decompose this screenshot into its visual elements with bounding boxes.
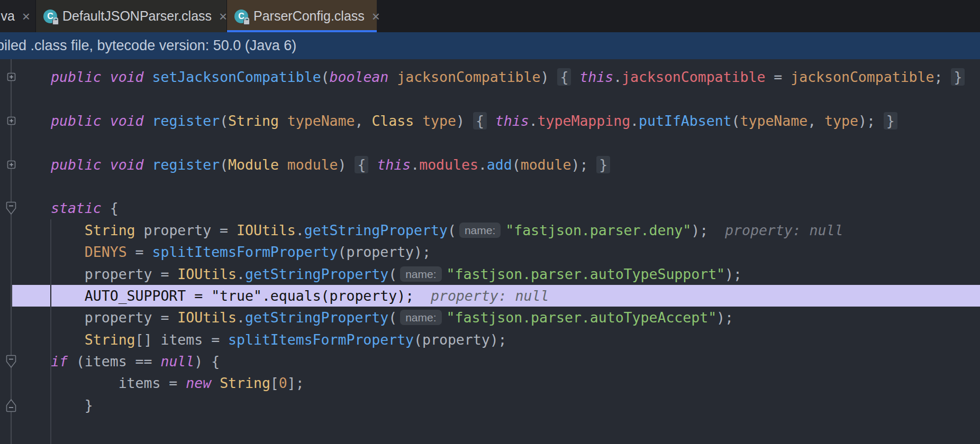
code-token: public — [51, 156, 102, 173]
code-token: ) — [456, 113, 473, 129]
code-token: setJacksonCompatible — [152, 69, 321, 85]
tab-partial-java-file[interactable]: va × — [0, 0, 35, 32]
code-token: (property); — [321, 288, 414, 304]
code-token — [211, 375, 220, 391]
code-token: jacksonCompatible — [622, 69, 765, 85]
code-token: } — [596, 156, 610, 173]
tab-label: DefaultJSONParser.class — [62, 8, 212, 24]
code-token: "fastjson.parser.autoTypeSupport" — [447, 266, 725, 282]
code-token: . — [529, 113, 538, 129]
code-token: . — [411, 156, 419, 173]
code-token: 0 — [279, 375, 287, 391]
fold-marker-up-icon[interactable] — [6, 399, 16, 412]
code-token: splitItemsFormProperty — [228, 331, 414, 348]
fold-marker-plus-icon[interactable] — [7, 116, 16, 125]
code-token — [102, 69, 110, 85]
code-token: new — [186, 375, 211, 391]
inline-debug-hint: property: null — [414, 288, 549, 304]
code-token — [51, 244, 85, 260]
code-token: { — [473, 112, 487, 130]
code-token — [51, 288, 85, 304]
tab-parserconfig-active[interactable]: C ParserConfig.class × — [226, 0, 377, 32]
code-line: static { — [0, 197, 980, 219]
code-token: void — [110, 69, 144, 85]
parameter-name-inlay-hint: name: — [459, 223, 501, 238]
code-token — [414, 113, 422, 129]
java-class-icon: C — [43, 10, 57, 23]
code-token: (items == — [68, 353, 161, 369]
indent-guide — [50, 219, 51, 444]
code-editor[interactable]: public void setJacksonCompatible(boolean… — [0, 59, 980, 444]
code-line: public void register(Module module) { th… — [0, 154, 980, 175]
lock-icon — [243, 20, 250, 25]
code-token: , — [355, 113, 371, 129]
close-icon[interactable]: × — [22, 10, 30, 23]
code-token: module — [287, 156, 338, 173]
tab-label: ParserConfig.class — [253, 8, 365, 24]
decompiled-file-banner: piled .class file, bytecode version: 50.… — [0, 32, 980, 59]
code-token — [51, 331, 85, 348]
code-token: IOUtils — [237, 222, 296, 238]
code-token: String — [85, 222, 135, 238]
code-token: void — [110, 156, 144, 173]
code-token: = — [765, 69, 791, 85]
fold-marker-down-icon[interactable] — [6, 201, 16, 215]
code-token: [ — [270, 375, 279, 391]
code-line: property = IOUtils.getStringProperty(nam… — [0, 263, 980, 285]
code-token: property = — [135, 222, 237, 238]
code-token: type — [824, 113, 858, 129]
code-line: String property = IOUtils.getStringPrope… — [0, 219, 980, 241]
code-token: public — [51, 69, 102, 85]
code-token: property = — [51, 309, 177, 326]
code-token: getStringProperty — [245, 266, 388, 282]
code-token: . — [262, 288, 270, 304]
code-token: (property); — [414, 331, 507, 348]
code-token: . — [478, 156, 487, 173]
code-token: ) { — [194, 353, 220, 369]
code-line-highlighted: AUTO_SUPPORT = "true".equals(property); … — [0, 285, 980, 307]
ide-window: va × C DefaultJSONParser.class × C Parse… — [0, 0, 980, 444]
code-token: . — [613, 69, 622, 85]
code-token: putIfAbsent — [639, 113, 732, 129]
code-token: . — [237, 309, 245, 326]
code-token: } — [951, 68, 965, 86]
code-token: IOUtils — [177, 266, 237, 282]
code-token: ( — [448, 222, 456, 238]
code-token: splitItemsFormProperty — [152, 244, 338, 260]
code-token: String — [220, 375, 270, 391]
parameter-name-inlay-hint: name: — [400, 310, 441, 325]
fold-marker-down-icon[interactable] — [6, 355, 16, 368]
code-token — [368, 156, 377, 173]
code-token: AUTO_SUPPORT — [85, 288, 186, 304]
code-token: String — [228, 113, 279, 129]
code-token: this — [495, 113, 529, 129]
code-token: = — [127, 244, 152, 260]
code-token — [144, 69, 152, 85]
tab-defaultjsonparser[interactable]: C DefaultJSONParser.class × — [35, 0, 226, 32]
fold-marker-plus-icon[interactable] — [7, 160, 16, 169]
indent-guide-on-highlight — [50, 285, 51, 307]
code-token: DENYS — [85, 244, 127, 260]
code-token: void — [110, 113, 144, 129]
code-token: jacksonCompatible — [791, 69, 934, 85]
code-token: jacksonCompatible — [397, 69, 540, 85]
code-line: public void register(String typeName, Cl… — [0, 110, 980, 132]
banner-text: piled .class file, bytecode version: 50.… — [0, 38, 296, 54]
code-token: . — [237, 266, 245, 282]
code-token: [] items = — [135, 331, 229, 348]
code-token: { — [355, 156, 368, 173]
code-token: ) — [338, 156, 355, 173]
close-icon[interactable]: × — [372, 10, 380, 23]
code-token: ); — [716, 309, 733, 326]
code-token: this — [579, 69, 613, 85]
close-icon[interactable]: × — [219, 10, 227, 23]
code-token: ]; — [287, 375, 304, 391]
code-token: property = — [51, 266, 177, 282]
code-token: { — [557, 68, 571, 86]
code-token: items = — [51, 375, 186, 391]
code-token: } — [884, 112, 897, 130]
code-token — [144, 156, 152, 173]
tab-label: va — [1, 8, 14, 24]
code-token: ; — [934, 69, 951, 85]
fold-marker-plus-icon[interactable] — [7, 72, 16, 81]
